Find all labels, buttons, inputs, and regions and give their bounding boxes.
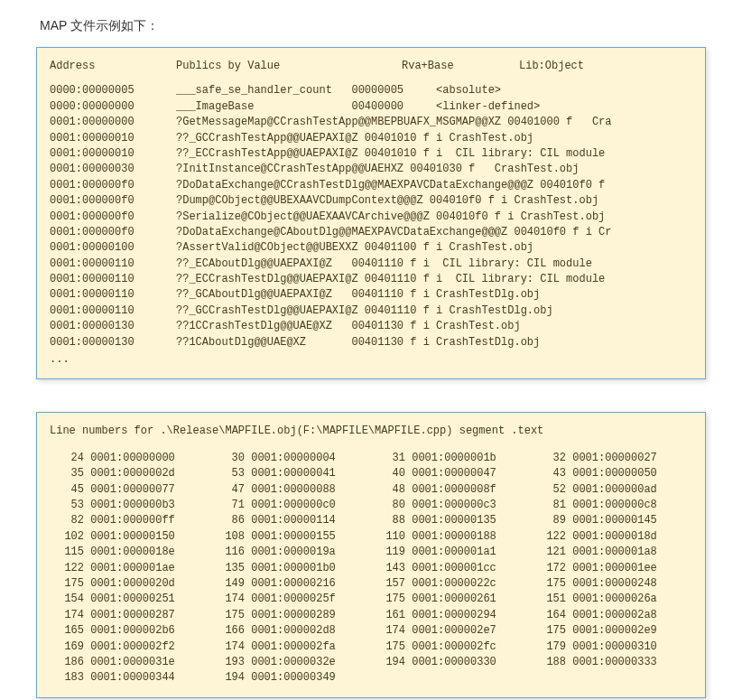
line-number: 31 [371, 451, 405, 466]
map-row-address: 0001:00000100 [50, 240, 176, 256]
line-address: 0001:0000031e [84, 656, 175, 668]
line-address: 0001:000001a1 [405, 546, 496, 558]
line-number: 45 [50, 482, 84, 498]
line-address: 0001:00000248 [566, 577, 657, 590]
map-row: 0000:00000005___safe_se_handler_count 00… [50, 83, 692, 98]
map-row-symbol: ?Serialize@CObject@@UAEXAAVCArchive@@@Z … [176, 210, 692, 225]
map-row: 0001:00000110??_GCCrashTestDlg@@UAEPAXI@… [50, 303, 692, 319]
line-number: 175 [532, 576, 566, 592]
line-address: 0001:000002b6 [84, 624, 175, 637]
line-address: 0001:00000145 [566, 514, 657, 527]
line-address: 0001:000001cc [405, 562, 496, 574]
line-address: 0001:000000c8 [566, 499, 657, 511]
map-row-symbol: ??_GCAboutDlg@@UAEPAXI@Z 00401110 f i Cr… [176, 287, 692, 303]
line-number: 143 [371, 561, 405, 576]
line-number: 81 [532, 498, 566, 513]
map-symbols-panel: Address Publics by Value Rva+Base Lib:Ob… [36, 47, 706, 379]
line-address: 0001:000002d8 [245, 624, 336, 637]
line-number: 32 [532, 451, 566, 466]
line-entry: 186 0001:0000031e [50, 655, 210, 670]
map-row-symbol: ___safe_se_handler_count 00000005 <absol… [176, 83, 692, 98]
line-address: 0001:000000c3 [405, 499, 496, 511]
line-entry: 179 0001:00000310 [532, 639, 692, 655]
map-row-symbol: ?DoDataExchange@CCrashTestDlg@@MAEXPAVCD… [176, 178, 692, 193]
line-number: 119 [371, 545, 405, 560]
line-address: 0001:000000c0 [245, 499, 336, 511]
line-address: 0001:000002a8 [566, 609, 657, 621]
line-address: 0001:00000344 [84, 671, 175, 684]
line-number: 43 [532, 466, 566, 481]
line-number: 52 [532, 482, 566, 498]
map-row-symbol: ??1CAboutDlg@@UAE@XZ 00401130 f i CrashT… [176, 335, 692, 350]
line-entry: 157 0001:0000022c [371, 576, 532, 592]
line-address: 0001:0000001b [405, 452, 496, 464]
line-entry: 174 0001:00000287 [50, 608, 210, 623]
line-address: 0001:000002e7 [405, 624, 496, 637]
line-number: 116 [210, 545, 245, 560]
line-number: 169 [50, 639, 84, 655]
map-row-address: 0001:00000010 [50, 146, 176, 162]
line-number: 172 [532, 561, 566, 576]
map-row: 0001:00000000?GetMessageMap@CCrashTestAp… [50, 115, 692, 130]
line-entry: 81 0001:000000c8 [532, 498, 692, 513]
line-entry: 121 0001:000001a8 [532, 545, 692, 560]
line-entry: 169 0001:000002f2 [50, 639, 210, 655]
line-number: 166 [210, 623, 245, 639]
map-row: 0001:000000f0?DoDataExchange@CCrashTestD… [50, 178, 692, 193]
line-entry: 166 0001:000002d8 [210, 623, 371, 639]
line-address: 0001:00000155 [245, 530, 336, 543]
map-row-address: 0001:00000130 [50, 319, 176, 334]
line-entry: 53 0001:000000b3 [50, 498, 210, 513]
line-number: 80 [371, 498, 405, 513]
line-entry: 175 0001:000002e9 [532, 623, 692, 639]
line-entry: 143 0001:000001cc [371, 561, 532, 576]
line-number: 151 [532, 592, 566, 607]
line-number: 174 [210, 592, 245, 607]
map-row: 0001:00000010??_ECCrashTestApp@@UAEPAXI@… [50, 146, 692, 162]
line-entry: 174 0001:000002e7 [371, 623, 532, 639]
line-entry: 194 0001:00000330 [371, 655, 532, 670]
line-number: 174 [371, 623, 405, 639]
line-entry: 32 0001:00000027 [532, 451, 692, 466]
line-address: 0001:000002fa [245, 640, 336, 653]
line-entry: 110 0001:00000188 [371, 529, 532, 545]
line-address: 0001:00000251 [84, 593, 175, 605]
line-address: 0001:00000047 [405, 467, 496, 480]
line-entry: 175 0001:00000261 [371, 592, 532, 607]
line-number: 121 [532, 545, 566, 560]
line-entry: 151 0001:0000026a [532, 592, 692, 607]
line-number: 108 [210, 529, 245, 545]
line-address: 0001:0000018e [84, 546, 175, 558]
map-header-row: Address Publics by Value Rva+Base Lib:Ob… [50, 59, 692, 74]
line-entry: 115 0001:0000018e [50, 545, 210, 560]
map-row-symbol: ??_GCCrashTestDlg@@UAEPAXI@Z 00401110 f … [176, 303, 692, 319]
line-entry: 135 0001:000001b0 [210, 561, 371, 576]
line-entry: 82 0001:000000ff [50, 513, 210, 528]
line-entry: 80 0001:000000c3 [371, 498, 532, 513]
line-address: 0001:000000ad [566, 483, 657, 496]
line-number: 88 [371, 513, 405, 528]
line-number: 110 [371, 529, 405, 545]
map-row-address: 0000:00000005 [50, 83, 176, 98]
line-entry: 161 0001:00000294 [371, 608, 532, 623]
line-entry: 175 0001:000002fc [371, 639, 532, 655]
line-entry: 40 0001:00000047 [371, 466, 532, 481]
line-entry: 48 0001:0000008f [371, 482, 532, 498]
line-number: 35 [50, 466, 84, 481]
line-number: 174 [210, 639, 245, 655]
line-entry: 47 0001:00000088 [210, 482, 371, 498]
line-entry: 45 0001:00000077 [50, 482, 210, 498]
line-number: 82 [50, 513, 84, 528]
line-entry: 194 0001:00000349 [210, 670, 371, 686]
line-number: 165 [50, 623, 84, 639]
map-row: 0001:000000f0?DoDataExchange@CAboutDlg@@… [50, 225, 692, 240]
line-address: 0001:00000330 [405, 656, 496, 668]
line-address: 0001:00000289 [245, 609, 336, 621]
caption-text: MAP 文件示例如下： [40, 18, 706, 34]
line-address: 0001:0000019a [245, 546, 336, 558]
map-row: 0000:00000000___ImageBase 00400000 <link… [50, 99, 692, 115]
line-number: 71 [210, 498, 245, 513]
line-address: 0001:00000000 [84, 452, 175, 464]
line-number: 48 [371, 482, 405, 498]
line-entry: 193 0001:0000032e [210, 655, 371, 670]
